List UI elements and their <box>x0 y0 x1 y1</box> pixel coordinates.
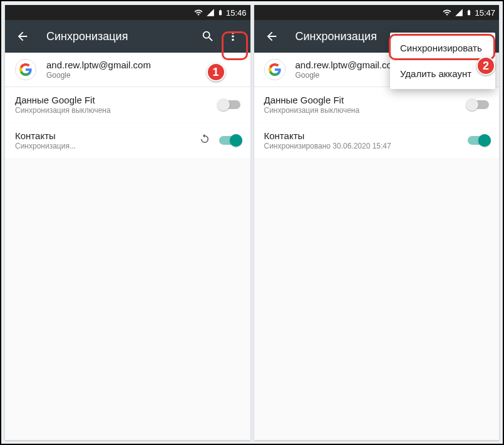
search-button[interactable] <box>195 24 220 49</box>
sync-item-subtitle: Синхронизация выключена <box>15 106 219 115</box>
signal-icon <box>206 8 215 17</box>
sync-item-subtitle: Синхронизация... <box>15 142 199 150</box>
sync-item-title: Данные Google Fit <box>15 95 219 105</box>
arrow-back-icon <box>16 29 29 43</box>
more-vert-icon <box>226 29 240 43</box>
account-provider: Google <box>296 71 400 80</box>
battery-icon <box>217 8 224 18</box>
sync-item-subtitle: Синхронизировано 30.06.2020 15:47 <box>264 142 468 150</box>
phone-left: 15:46 Синхронизация and.rew.lptw@gmail.c… <box>5 5 250 440</box>
status-bar: 15:46 <box>5 5 250 20</box>
menu-item-sync-now[interactable]: Синхронизировать <box>390 35 495 61</box>
signal-icon <box>455 8 463 17</box>
sync-item-google-fit[interactable]: Данные Google Fit Синхронизация выключен… <box>5 87 250 123</box>
toggle-switch[interactable] <box>468 100 489 109</box>
sync-item-title: Контакты <box>264 130 468 141</box>
sync-item-subtitle: Синхронизация выключена <box>264 106 468 115</box>
google-logo-icon <box>15 59 36 80</box>
wifi-icon <box>193 8 203 17</box>
status-bar: 15:47 <box>254 5 500 20</box>
sync-item-title: Контакты <box>15 130 199 141</box>
overflow-menu: Синхронизировать Удалить аккаунт <box>390 33 495 89</box>
page-title: Синхронизация <box>46 30 195 43</box>
google-logo-icon <box>264 59 285 80</box>
wifi-icon <box>442 8 452 17</box>
overflow-button[interactable] <box>220 24 245 49</box>
sync-item-google-fit[interactable]: Данные Google Fit Синхронизация выключен… <box>254 87 500 123</box>
app-bar: Синхронизация <box>5 20 250 53</box>
menu-item-remove-account[interactable]: Удалить аккаунт <box>390 61 495 86</box>
sync-progress-icon <box>199 134 210 147</box>
back-button[interactable] <box>10 24 35 49</box>
sync-item-title: Данные Google Fit <box>264 95 468 105</box>
account-email: and.rew.lptw@gmail.com <box>296 60 400 70</box>
account-row[interactable]: and.rew.lptw@gmail.com Google <box>5 53 250 87</box>
phone-right: 15:47 Синхронизация and.rew.lptw@gmail.c… <box>254 5 500 440</box>
toggle-switch[interactable] <box>219 136 240 145</box>
clock-text: 15:47 <box>475 8 495 18</box>
sync-item-contacts[interactable]: Контакты Синхронизация... <box>5 123 250 159</box>
toggle-switch[interactable] <box>468 136 489 145</box>
account-email: and.rew.lptw@gmail.com <box>46 60 151 70</box>
account-provider: Google <box>46 71 151 80</box>
arrow-back-icon <box>265 29 279 43</box>
back-button[interactable] <box>259 24 284 49</box>
search-icon <box>201 29 215 43</box>
toggle-switch[interactable] <box>219 100 240 109</box>
battery-icon <box>466 8 472 18</box>
sync-item-contacts[interactable]: Контакты Синхронизировано 30.06.2020 15:… <box>254 123 500 159</box>
clock-text: 15:46 <box>226 8 247 18</box>
